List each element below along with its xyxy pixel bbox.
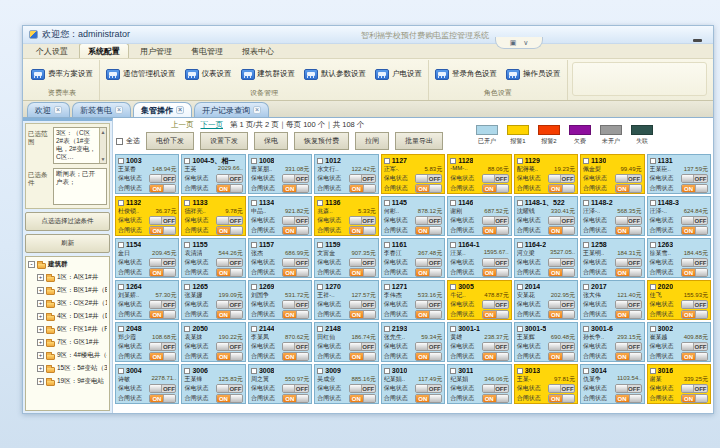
close-toggle[interactable]: ON <box>415 184 442 193</box>
supply-toggle[interactable]: OFF <box>415 258 442 267</box>
meter-card[interactable]: 2017张大伟121.40元保电状态OFF合闸状态ON <box>580 280 644 320</box>
expand-icon[interactable]: + <box>37 300 44 307</box>
close-toggle[interactable]: ON <box>615 394 642 403</box>
close-toggle[interactable]: ON <box>349 394 376 403</box>
close-toggle[interactable]: ON <box>216 268 243 277</box>
supply-toggle[interactable]: OFF <box>615 174 642 183</box>
meter-card[interactable]: 1159文富金907.35元保电状态OFF合闸状态ON <box>314 238 378 278</box>
close-toggle[interactable]: ON <box>415 352 442 361</box>
supply-toggle[interactable]: OFF <box>282 342 309 351</box>
close-toggle[interactable]: ON <box>681 268 708 277</box>
supply-toggle[interactable]: OFF <box>282 258 309 267</box>
close-toggle[interactable]: ON <box>615 268 642 277</box>
card-checkbox[interactable] <box>650 326 656 332</box>
close-toggle[interactable]: ON <box>149 310 176 319</box>
card-checkbox[interactable] <box>517 284 523 290</box>
card-checkbox[interactable] <box>384 368 390 374</box>
supply-toggle[interactable]: OFF <box>149 384 176 393</box>
meter-card[interactable]: 3004诗敏2278.71..保电状态OFF合闸状态ON <box>115 364 179 404</box>
supply-toggle[interactable]: OFF <box>149 258 176 267</box>
meter-card[interactable]: 1148-2汪泽-..568.35元保电状态OFF合闸状态ON <box>580 196 644 236</box>
close-toggle[interactable]: ON <box>681 226 708 235</box>
close-toggle[interactable]: ON <box>415 394 442 403</box>
doc-tab-0[interactable]: 欢迎× <box>27 102 70 117</box>
card-checkbox[interactable] <box>583 200 589 206</box>
meter-card[interactable]: 1136兆森..5.33元保电状态OFF合闸状态ON <box>314 196 378 236</box>
close-toggle[interactable]: ON <box>282 184 309 193</box>
card-checkbox[interactable] <box>317 158 323 164</box>
meter-card[interactable]: 3014仇某争1103.54..保电状态OFF合闸状态ON <box>580 364 644 404</box>
card-checkbox[interactable] <box>650 200 656 206</box>
meter-card[interactable]: 3002崔某越409.88元保电状态OFF合闸状态ON <box>647 322 711 362</box>
close-tab-icon[interactable]: × <box>115 106 123 114</box>
meter-card[interactable]: 1127正军-.5.83元保电状态OFF合闸状态ON <box>381 154 445 194</box>
supply-toggle[interactable]: OFF <box>482 258 509 267</box>
close-toggle[interactable]: ON <box>415 310 442 319</box>
next-page-link[interactable]: 下一页 <box>201 120 224 130</box>
close-toggle[interactable]: ON <box>681 310 708 319</box>
meter-card[interactable]: 1133德祥亮..9.78元保电状态OFF合闸状态ON <box>181 196 245 236</box>
supply-toggle[interactable]: OFF <box>548 258 575 267</box>
card-checkbox[interactable] <box>317 200 323 206</box>
supply-toggle[interactable]: OFF <box>415 342 442 351</box>
action-button-3[interactable]: 恢复预付费 <box>294 132 349 150</box>
close-toggle[interactable]: ON <box>216 226 243 235</box>
ribbon-tab-0[interactable]: 个人设置 <box>28 44 76 58</box>
close-toggle[interactable]: ON <box>681 184 708 193</box>
supply-toggle[interactable]: OFF <box>349 258 376 267</box>
expand-icon[interactable]: + <box>37 339 44 346</box>
close-toggle[interactable]: ON <box>615 352 642 361</box>
meter-card[interactable]: 3013王某-.97.81元保电状态OFF合闸状态ON <box>514 364 578 404</box>
supply-toggle[interactable]: OFF <box>482 216 509 225</box>
card-checkbox[interactable] <box>583 242 589 248</box>
card-checkbox[interactable] <box>384 158 390 164</box>
meter-card[interactable]: 3009吴成业885.16元保电状态OFF合闸状态ON <box>314 364 378 404</box>
card-checkbox[interactable] <box>450 284 456 290</box>
action-button-2[interactable]: 保电 <box>254 132 288 150</box>
card-checkbox[interactable] <box>184 200 190 206</box>
supply-toggle[interactable]: OFF <box>548 216 575 225</box>
supply-toggle[interactable]: OFF <box>681 174 708 183</box>
close-toggle[interactable]: ON <box>548 268 575 277</box>
card-checkbox[interactable] <box>517 242 523 248</box>
supply-toggle[interactable]: OFF <box>681 258 708 267</box>
meter-card[interactable]: 1263徐某雪..184.45元保电状态OFF合闸状态ON <box>647 238 711 278</box>
expand-icon[interactable]: + <box>37 365 44 372</box>
card-checkbox[interactable] <box>650 242 656 248</box>
meter-card[interactable]: 1132杜俊锁..36.37元保电状态OFF合闸状态ON <box>115 196 179 236</box>
close-toggle[interactable]: ON <box>282 226 309 235</box>
meter-card[interactable]: 1265张某娜199.09元保电状态OFF合闸状态ON <box>181 280 245 320</box>
supply-toggle[interactable]: OFF <box>548 384 575 393</box>
close-toggle[interactable]: ON <box>282 268 309 277</box>
card-checkbox[interactable] <box>118 200 124 206</box>
tree-item[interactable]: +2区：B区1#井（B区1#… <box>28 286 107 295</box>
action-button-0[interactable]: 电价下发 <box>146 132 194 150</box>
close-toggle[interactable]: ON <box>615 184 642 193</box>
card-checkbox[interactable] <box>583 368 589 374</box>
close-toggle[interactable]: ON <box>615 226 642 235</box>
supply-toggle[interactable]: OFF <box>349 300 376 309</box>
meter-card[interactable]: 1157张杰686.99元保电状态OFF合闸状态ON <box>248 238 312 278</box>
card-checkbox[interactable] <box>450 368 456 374</box>
meter-card[interactable]: 1146谢刚687.52元保电状态OFF合闸状态ON <box>447 196 511 236</box>
ribbon-tab-1[interactable]: 系统配置 <box>79 43 129 58</box>
close-toggle[interactable]: ON <box>548 352 575 361</box>
meter-card[interactable]: 3001-5王某辉690.48元保电状态OFF合闸状态ON <box>514 322 578 362</box>
expand-icon[interactable]: + <box>37 352 44 359</box>
supply-toggle[interactable]: OFF <box>548 300 575 309</box>
supply-toggle[interactable]: OFF <box>615 216 642 225</box>
close-toggle[interactable]: ON <box>548 226 575 235</box>
tree-item[interactable]: +6区：F区1#井（F区1#… <box>28 325 107 334</box>
card-checkbox[interactable] <box>251 326 257 332</box>
tree-item[interactable]: +7区：G区1#井 <box>28 338 107 347</box>
tree-item[interactable]: +1区：A区1#井 <box>28 273 107 282</box>
supply-toggle[interactable]: OFF <box>149 342 176 351</box>
expand-icon[interactable]: + <box>37 274 44 281</box>
meter-card[interactable]: 2144李某凤870.62元保电状态OFF合闸状态ON <box>248 322 312 362</box>
close-toggle[interactable]: ON <box>216 352 243 361</box>
meter-card[interactable]: 1129配得菜..19.23元保电状态OFF合闸状态ON <box>514 154 578 194</box>
close-tab-icon[interactable]: × <box>253 106 261 114</box>
close-toggle[interactable]: ON <box>349 226 376 235</box>
tree-item[interactable]: +15区：5#变站（3#变… <box>28 364 107 373</box>
ribbon-button[interactable]: 登录角色设置 <box>433 68 499 81</box>
